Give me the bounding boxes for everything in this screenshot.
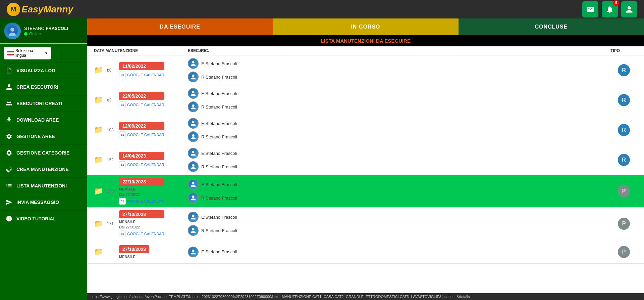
date-badge: 22/10/2023: [119, 178, 164, 186]
user-info: STEFANO FRASCOLI Online: [24, 26, 83, 36]
tipo-badge: P: [618, 185, 630, 197]
sidebar-item-download-aree[interactable]: DOWNLOAD AREE: [0, 112, 87, 128]
col-headers: DATA MANUTENZIONE ESEC./RIC. TIPO: [87, 46, 644, 55]
date-info: 22/05/2022 31 GOOGLE CALENDAR: [119, 92, 164, 108]
gcal-icon: 31: [119, 161, 126, 168]
main-content: DA ESEGUIRE IN CORSO CONCLUSE LISTA MANU…: [87, 18, 644, 300]
exec-r-name: R:Stefano Frascoli: [201, 164, 237, 169]
sidebar-item-gestione-categorie[interactable]: GESTIONE CATEGORIE: [0, 145, 87, 161]
logo-icon: M: [7, 3, 20, 16]
user-lastname: FRASCOLI: [46, 26, 68, 31]
exec-e-name: E:Stefano Frascoli: [201, 151, 237, 156]
gcal-label: GOOGLE CALENDAR: [127, 199, 164, 203]
list-title: LISTA MANUTENZIONI DA ESEGUIRE: [94, 38, 637, 44]
date-badge: 12/09/2022: [119, 122, 164, 130]
exec-r-entry: R:Stefano Frascoli: [188, 225, 610, 236]
exec-e-avatar: [188, 212, 199, 222]
row-num: e3: [107, 98, 116, 102]
date-badge: 11/02/2022: [119, 62, 164, 70]
exec-e-entry: E:Stefano Frascoli: [188, 88, 610, 99]
mensile-label: MENSILE: [119, 220, 164, 224]
date-col: 📁 108 12/09/2022 31 GOOGLE CALENDAR: [94, 122, 188, 138]
language-dropdown[interactable]: Seleziona lingua ▼: [4, 47, 51, 59]
lang-selector: Seleziona lingua ▼: [0, 44, 87, 62]
table-row[interactable]: 📁 b8 11/02/2022 31 GOOGLE CALENDAR: [87, 55, 644, 85]
exec-col: E:Stefano Frascoli R:Stefano Frascoli: [188, 118, 610, 142]
dal-label: Dal 27/01/22: [119, 225, 164, 229]
table-row[interactable]: 📁 173 22/10/2023 MENSILE Dal 22/05/22 31…: [87, 175, 644, 208]
date-info: 11/02/2022 31 GOOGLE CALENDAR: [119, 62, 164, 78]
tab-in-corso-label: IN CORSO: [351, 24, 380, 30]
table-row[interactable]: 📁 108 12/09/2022 31 GOOGLE CALENDAR: [87, 115, 644, 145]
date-info: 12/09/2022 31 GOOGLE CALENDAR: [119, 122, 164, 138]
maint-list: 📁 b8 11/02/2022 31 GOOGLE CALENDAR: [87, 55, 644, 293]
sidebar-label-video-tutorial: VIDEO TUTORIAL: [16, 216, 56, 221]
sidebar-item-lista-manutenzioni[interactable]: LISTA MANUTENZIONI: [0, 178, 87, 194]
logo-easy-text: Easy: [21, 4, 43, 14]
col-esec-ric: ESEC./RIC.: [188, 48, 610, 53]
statusbar: https://www.google.com/calendar/event?ac…: [87, 293, 644, 300]
gcal-icon: 31: [119, 230, 126, 237]
table-row[interactable]: 📁 152 14/04/2023 31 GOOGLE CALENDAR: [87, 145, 644, 175]
exec-r-entry: R:Stefano Frascoli: [188, 72, 610, 82]
gcal-link[interactable]: 31 GOOGLE CALENDAR: [119, 161, 164, 168]
user-header-icon: [625, 5, 633, 13]
tab-da-eseguire[interactable]: DA ESEGUIRE: [87, 18, 273, 35]
exec-r-name: R:Stefano Frascoli: [201, 228, 237, 233]
gcal-link[interactable]: 31 GOOGLE CALENDAR: [119, 101, 164, 108]
online-dot: [24, 32, 28, 36]
exec-e-entry: E:Stefano Frascoli: [188, 212, 610, 222]
download-aree-icon: [5, 116, 13, 124]
exec-e-name: E:Stefano Frascoli: [201, 91, 237, 96]
logo-text: EasyManny: [21, 4, 73, 15]
mensile-label: MENSILE: [119, 187, 164, 191]
exec-e-entry: E:Stefano Frascoli: [188, 118, 610, 129]
table-row[interactable]: 📁 e3 22/05/2022 31 GOOGLE CALENDAR: [87, 85, 644, 115]
sidebar-item-crea-esecutori[interactable]: CREA ESECUTORI: [0, 79, 87, 95]
exec-r-avatar: [188, 101, 199, 112]
gcal-link[interactable]: 31 GOOGLE CALENDAR: [119, 198, 164, 205]
tab-in-corso[interactable]: IN CORSO: [273, 18, 458, 35]
exec-e-entry: E:Stefano Frascoli: [188, 179, 610, 190]
bell-button[interactable]: 5: [602, 1, 618, 17]
gcal-link[interactable]: 31 GOOGLE CALENDAR: [119, 131, 164, 138]
tipo-badge: R: [618, 94, 630, 106]
tipo-col: R: [610, 124, 637, 136]
sidebar-item-crea-manutenzione[interactable]: CREA MANUTENZIONE: [0, 161, 87, 178]
exec-e-avatar: [188, 58, 199, 69]
logo-manny-text: Manny: [43, 4, 73, 14]
gcal-icon: 31: [119, 131, 126, 138]
user-button[interactable]: [621, 1, 637, 17]
sidebar-item-video-tutorial[interactable]: VIDEO TUTORIAL: [0, 211, 87, 227]
table-row[interactable]: 📁 171 27/10/2023 MENSILE Dal 27/01/22 31…: [87, 208, 644, 240]
gcal-link[interactable]: 31 GOOGLE CALENDAR: [119, 230, 164, 237]
gcal-icon: 31: [119, 198, 126, 205]
exec-r-entry: R:Stefano Frascoli: [188, 161, 610, 172]
exec-e-name: E:Stefano Frascoli: [201, 121, 237, 126]
sidebar-item-gestione-aree[interactable]: GESTIONE AREE: [0, 128, 87, 145]
mail-button[interactable]: [582, 1, 598, 17]
sidebar-item-visualizza-log[interactable]: VISUALIZZA LOG: [0, 62, 87, 79]
tipo-col: R: [610, 94, 637, 106]
tipo-badge: P: [618, 246, 630, 258]
sidebar-item-esecutori-creati[interactable]: ESECUTORI CREATI: [0, 95, 87, 112]
sidebar-label-download-aree: DOWNLOAD AREE: [16, 117, 59, 123]
exec-r-name: R:Stefano Frascoli: [201, 134, 237, 139]
tipo-badge: R: [618, 64, 630, 76]
gestione-aree-icon: [5, 132, 13, 140]
video-tutorial-icon: [5, 215, 13, 223]
table-row[interactable]: 📁 27/10/2023 MENSILE E:Stefano Frascoli: [87, 240, 644, 264]
tabs-bar: DA ESEGUIRE IN CORSO CONCLUSE: [87, 18, 644, 35]
tab-concluse[interactable]: CONCLUSE: [459, 18, 644, 35]
gcal-link[interactable]: 31 GOOGLE CALENDAR: [119, 72, 164, 78]
exec-e-avatar: [188, 118, 199, 129]
tab-concluse-label: CONCLUSE: [535, 24, 568, 30]
top-header: M EasyManny 5: [0, 0, 644, 18]
crea-esecutori-icon: [5, 83, 13, 91]
tipo-col: P: [610, 246, 637, 258]
exec-r-name: R:Stefano Frascoli: [201, 75, 237, 80]
chevron-down-icon: ▼: [45, 51, 48, 55]
sidebar-item-invia-messaggio[interactable]: INVIA MESSAGGIO: [0, 194, 87, 211]
exec-e-name: E:Stefano Frascoli: [201, 182, 237, 187]
date-info: 27/10/2023 MENSILE Dal 27/01/22 31 GOOGL…: [119, 210, 164, 237]
